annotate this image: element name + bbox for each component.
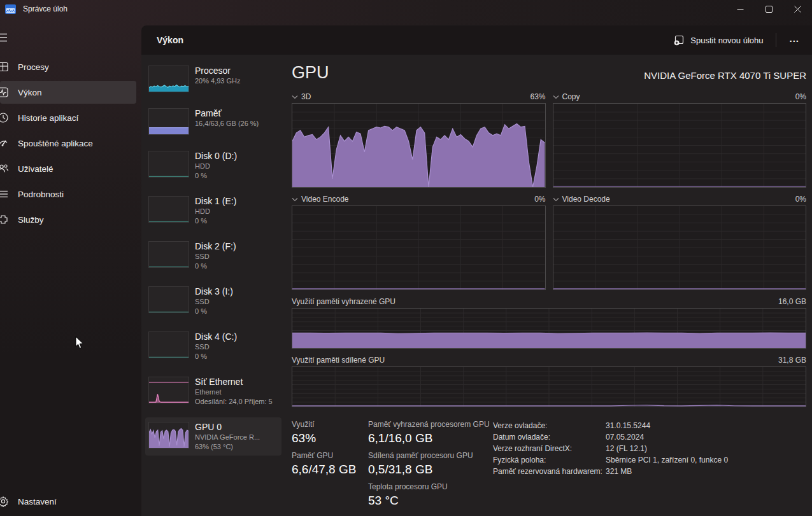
chevron-down-icon[interactable] — [292, 197, 301, 202]
sidebar-item-historie-aplikaci[interactable]: Historie aplikací — [0, 106, 136, 129]
run-new-task-label: Spustit novou úlohu — [690, 36, 763, 45]
app-history-icon — [0, 112, 10, 123]
chevron-down-icon[interactable] — [553, 95, 562, 99]
memory-chart-label: Využití paměti sdílené GPU — [292, 356, 385, 365]
stat-value-shared-memory: 0,5/31,8 GB — [368, 461, 493, 478]
task-manager-window: Správce úloh Procesy Výkon — [0, 0, 812, 516]
close-icon — [794, 6, 801, 13]
device-row-memory[interactable]: Paměť 16,4/63,6 GB (26 %) — [145, 104, 281, 139]
sidebar-nav: Procesy Výkon Historie aplikací Spouštěn… — [0, 55, 141, 231]
device-name: Disk 1 (E:) — [195, 196, 236, 207]
device-name: Procesor — [195, 66, 241, 76]
device-stat: Odesílání: 24,0 Příjem: 5 — [195, 397, 273, 407]
device-row-gpu0[interactable]: GPU 0 NVIDIA GeForce R... 63% (53 °C) — [145, 417, 281, 456]
device-stat: 16,4/63,6 GB (26 %) — [195, 119, 259, 129]
device-name: Disk 2 (F:) — [195, 241, 236, 252]
settings-label: Nastavení — [18, 497, 57, 506]
details-icon — [0, 188, 10, 200]
device-row-ethernet[interactable]: Síť Ethernet Ethernet Odesílání: 24,0 Př… — [145, 372, 281, 410]
device-name: Disk 0 (D:) — [195, 151, 237, 162]
engine-percent: 0% — [534, 195, 545, 204]
detail-value: 31.0.15.5244 — [606, 420, 806, 431]
sidebar-item-vykon[interactable]: Výkon — [0, 81, 136, 104]
device-type: NVIDIA GeForce R... — [195, 433, 260, 442]
cpu-mini-chart — [148, 66, 189, 92]
sidebar-item-label: Výkon — [18, 88, 42, 97]
users-icon — [0, 163, 10, 174]
memory-chart-label: Využití paměti vyhrazené GPU — [292, 297, 395, 306]
gpu-3d-chart-block: 3D 63% — [292, 90, 546, 188]
sidebar-item-podrobnosti[interactable]: Podrobnosti — [0, 183, 136, 206]
minimize-icon — [737, 6, 744, 13]
gpu-dedicated-memory-chart — [292, 308, 806, 349]
device-name: Síť Ethernet — [195, 377, 273, 387]
gpu-driver-details: Verze ovladače:31.0.15.5244 Datum ovlada… — [493, 420, 806, 513]
detail-value: 07.05.2024 — [606, 431, 806, 443]
gpu-copy-chart — [553, 103, 807, 188]
gpu-dedicated-memory-block: Využití paměti vyhrazené GPU 16,0 GB — [292, 295, 806, 349]
device-type: SSD — [195, 252, 236, 261]
sidebar-item-spoustene-aplikace[interactable]: Spouštěné aplikace — [0, 132, 136, 155]
disk2-mini-chart — [148, 241, 189, 268]
chevron-down-icon[interactable] — [292, 95, 301, 99]
device-stat: 0 % — [195, 171, 237, 181]
gpu-detail-panel: GPU NVIDIA GeForce RTX 4070 Ti SUPER 3D … — [292, 55, 806, 516]
sidebar-item-settings[interactable]: Nastavení — [0, 491, 139, 512]
titlebar: Správce úloh — [0, 0, 812, 18]
task-manager-app-icon — [5, 4, 16, 14]
engine-label: 3D — [301, 92, 311, 101]
stat-label: Paměť vyhrazená procesorem GPU — [368, 420, 493, 429]
maximize-button[interactable] — [755, 0, 783, 18]
close-button[interactable] — [783, 0, 812, 18]
header-divider — [776, 33, 776, 47]
device-stat: 63% (53 °C) — [195, 442, 260, 452]
menu-toggle-button[interactable] — [0, 33, 8, 44]
detail-label: Datum ovladače: — [493, 431, 606, 443]
window-controls — [726, 0, 812, 18]
gpu-mini-chart — [148, 422, 189, 449]
gpu-shared-memory-block: Využití paměti sdílené GPU 31,8 GB — [292, 354, 806, 407]
stat-value-dedicated-memory: 6,1/16,0 GB — [368, 429, 493, 447]
memory-chart-max: 31,8 GB — [778, 356, 806, 365]
device-stat: 0 % — [195, 261, 236, 271]
more-options-button[interactable]: ... — [783, 31, 806, 50]
startup-apps-icon — [0, 137, 10, 149]
device-row-disk1[interactable]: Disk 1 (E:) HDD 0 % — [145, 192, 281, 230]
sidebar-item-procesy[interactable]: Procesy — [0, 55, 136, 78]
chevron-down-icon[interactable] — [553, 197, 562, 202]
device-row-disk3[interactable]: Disk 3 (I:) SSD 0 % — [145, 282, 281, 320]
memory-mini-chart — [148, 108, 189, 135]
sidebar-item-sluzby[interactable]: Služby — [0, 208, 136, 231]
sidebar-item-label: Spouštěné aplikace — [18, 139, 93, 148]
minimize-button[interactable] — [726, 0, 755, 18]
device-type: HDD — [195, 207, 236, 216]
device-row-disk2[interactable]: Disk 2 (F:) SSD 0 % — [145, 237, 281, 275]
engine-percent: 0% — [795, 195, 806, 204]
window-title: Správce úloh — [23, 4, 68, 13]
main-panel: Výkon Spustit novou úlohu ... Procesor 2… — [141, 25, 812, 516]
detail-label: Fyzická poloha: — [493, 454, 606, 466]
device-name: Disk 3 (I:) — [195, 286, 233, 297]
new-task-icon — [674, 35, 685, 46]
run-new-task-button[interactable]: Spustit novou úlohu — [667, 31, 769, 50]
stat-label: Sdílená paměť procesoru GPU — [368, 451, 493, 461]
device-row-cpu[interactable]: Procesor 20% 4,93 GHz — [145, 61, 281, 97]
device-row-disk4[interactable]: Disk 4 (C:) SSD 0 % — [145, 327, 281, 365]
gpu-3d-chart — [292, 103, 546, 188]
engine-label: Video Decode — [562, 195, 610, 204]
detail-label: Verze rozhraní DirectX: — [493, 443, 606, 454]
sidebar-item-label: Uživatelé — [18, 164, 53, 174]
sidebar-item-label: Procesy — [18, 62, 49, 72]
maximize-icon — [766, 6, 773, 13]
ethernet-mini-chart — [148, 377, 189, 403]
engine-percent: 0% — [795, 92, 806, 101]
stat-value-utilization: 63% — [292, 429, 368, 447]
stat-label: Využití — [292, 420, 368, 429]
disk4-mini-chart — [148, 331, 189, 358]
device-row-disk0[interactable]: Disk 0 (D:) HDD 0 % — [145, 146, 281, 185]
stat-label: Paměť GPU — [292, 451, 368, 461]
sidebar-item-uzivatele[interactable]: Uživatelé — [0, 157, 136, 180]
gpu-copy-chart-block: Copy 0% — [553, 90, 807, 188]
sidebar-item-label: Historie aplikací — [18, 113, 78, 123]
detail-value: 12 (FL 12.1) — [606, 443, 806, 454]
